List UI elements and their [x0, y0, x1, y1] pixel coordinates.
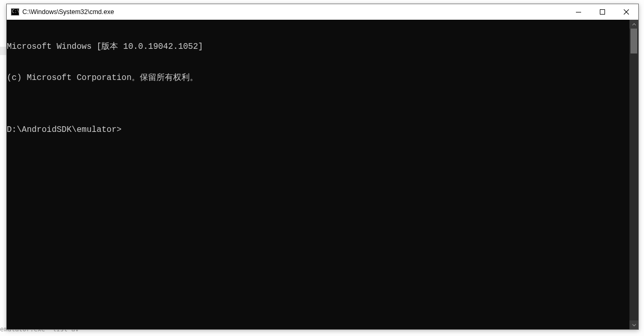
maximize-icon: [600, 9, 605, 15]
terminal-output[interactable]: Microsoft Windows [版本 10.0.19042.1052] (…: [7, 20, 629, 329]
minimize-button[interactable]: [567, 4, 590, 20]
vertical-scrollbar[interactable]: [629, 20, 638, 329]
window-controls: [567, 4, 638, 20]
scrollbar-thumb[interactable]: [630, 29, 637, 53]
terminal-line: (c) Microsoft Corporation。保留所有权利。: [7, 73, 629, 83]
scroll-down-button[interactable]: [629, 320, 638, 329]
cmd-window: C:\ C:\Windows\System32\cmd.exe Microsof…: [6, 4, 639, 330]
close-button[interactable]: [614, 4, 638, 20]
scrollbar-track[interactable]: [629, 29, 638, 320]
terminal-line: Microsoft Windows [版本 10.0.19042.1052]: [7, 42, 629, 52]
maximize-button[interactable]: [590, 4, 614, 20]
cmd-icon: C:\: [11, 8, 19, 16]
client-area: Microsoft Windows [版本 10.0.19042.1052] (…: [7, 20, 638, 329]
close-icon: [624, 9, 629, 15]
terminal-prompt[interactable]: D:\AndroidSDK\emulator>: [7, 125, 629, 135]
scroll-up-button[interactable]: [629, 20, 638, 29]
minimize-icon: [576, 12, 581, 12]
titlebar[interactable]: C:\ C:\Windows\System32\cmd.exe: [7, 4, 638, 20]
window-title: C:\Windows\System32\cmd.exe: [22, 8, 114, 16]
chevron-up-icon: [632, 22, 636, 26]
chevron-down-icon: [632, 323, 636, 327]
